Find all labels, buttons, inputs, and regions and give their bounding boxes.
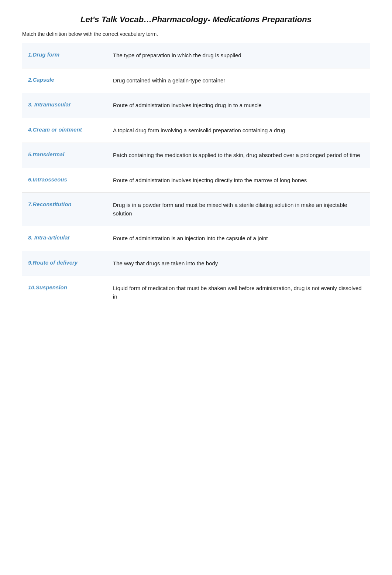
vocab-definition: The way that drugs are taken into the bo… xyxy=(107,251,370,276)
table-row: 6.IntraosseousRoute of administration in… xyxy=(22,168,370,193)
table-row: 4.Cream or ointmentA topical drug form i… xyxy=(22,118,370,143)
table-row: 8. Intra-articularRoute of administratio… xyxy=(22,226,370,251)
vocab-term: 5.transdermal xyxy=(22,143,107,168)
table-row: 2.CapsuleDrug contained within a gelatin… xyxy=(22,68,370,93)
vocab-table: 1.Drug formThe type of preparation in wh… xyxy=(22,43,370,309)
vocab-term: 3. Intramuscular xyxy=(22,93,107,118)
vocab-definition: Route of administration is an injection … xyxy=(107,226,370,251)
vocab-definition: Route of administration involves injecti… xyxy=(107,93,370,118)
table-row: 10.SuspensionLiquid form of medication t… xyxy=(22,276,370,309)
table-row: 1.Drug formThe type of preparation in wh… xyxy=(22,43,370,68)
vocab-term: 8. Intra-articular xyxy=(22,226,107,251)
vocab-term: 2.Capsule xyxy=(22,68,107,93)
vocab-term: 7.Reconstitution xyxy=(22,193,107,226)
vocab-term: 9.Route of delivery xyxy=(22,251,107,276)
vocab-definition: A topical drug form involving a semisoli… xyxy=(107,118,370,143)
table-row: 9.Route of deliveryThe way that drugs ar… xyxy=(22,251,370,276)
vocab-definition: Liquid form of medication that must be s… xyxy=(107,276,370,309)
vocab-definition: Drug is in a powder form and must be mix… xyxy=(107,193,370,226)
table-row: 5.transdermalPatch containing the medica… xyxy=(22,143,370,168)
instruction-text: Match the definition below with the corr… xyxy=(22,31,370,37)
vocab-definition: Route of administration involves injecti… xyxy=(107,168,370,193)
table-row: 7.ReconstitutionDrug is in a powder form… xyxy=(22,193,370,226)
vocab-definition: Drug contained within a gelatin-type con… xyxy=(107,68,370,93)
vocab-definition: Patch containing the medication is appli… xyxy=(107,143,370,168)
vocab-term: 4.Cream or ointment xyxy=(22,118,107,143)
page-title: Let's Talk Vocab…Pharmacology- Medicatio… xyxy=(22,15,370,24)
table-row: 3. IntramuscularRoute of administration … xyxy=(22,93,370,118)
vocab-term: 10.Suspension xyxy=(22,276,107,309)
vocab-term: 6.Intraosseous xyxy=(22,168,107,193)
vocab-definition: The type of preparation in which the dru… xyxy=(107,43,370,68)
vocab-term: 1.Drug form xyxy=(22,43,107,68)
